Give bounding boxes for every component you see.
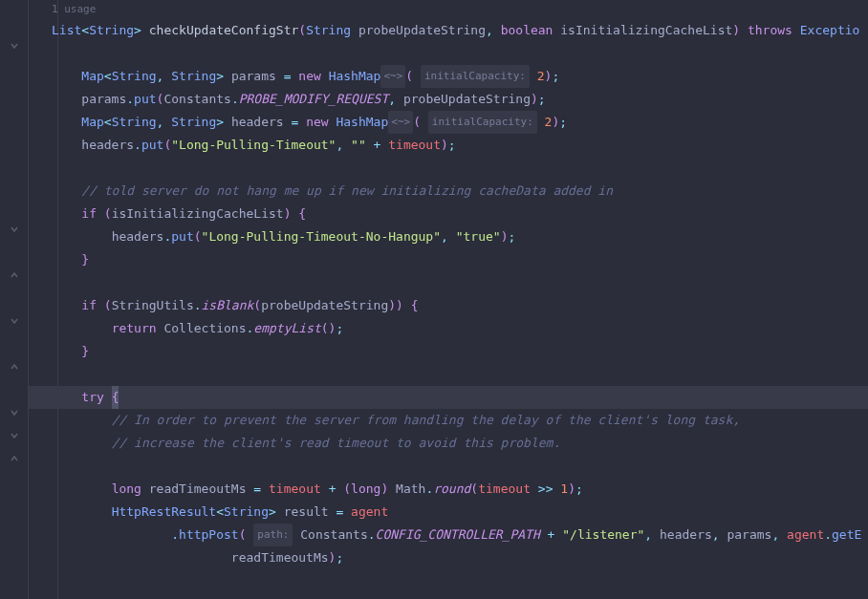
class: Collections [163, 317, 246, 340]
class: StringUtils [112, 294, 194, 317]
type: HttpRestResult [112, 501, 217, 524]
paren: ( [298, 19, 306, 42]
fold-icon[interactable] [8, 360, 21, 374]
comma: , [712, 524, 720, 546]
param-hint: path: [253, 524, 293, 546]
code-line[interactable] [29, 42, 868, 65]
code-line[interactable]: List<String> checkUpdateConfigStr(String… [29, 19, 868, 42]
bracket: < [81, 19, 89, 42]
method: put [134, 88, 156, 111]
code-editor[interactable]: 1 usage List<String> checkUpdateConfigSt… [0, 0, 868, 599]
code-line[interactable]: // told server do not hang me up if new … [29, 180, 868, 203]
type: Map [81, 65, 103, 88]
number: 2 [545, 111, 553, 134]
dot: . [163, 225, 171, 248]
op: + [329, 478, 336, 501]
bracket: > [216, 111, 224, 134]
paren: ( [239, 524, 247, 546]
fold-icon[interactable] [8, 406, 21, 419]
code-line-current[interactable]: try { [29, 386, 868, 409]
bracket: > [134, 19, 141, 42]
field: agent [351, 501, 388, 524]
type: String [89, 19, 134, 42]
type: String [112, 111, 157, 134]
code-line[interactable]: long readTimeoutMs = timeout + (long) Ma… [29, 478, 868, 501]
bracket: < [104, 65, 112, 88]
code-line[interactable]: Map<String, String> params = new HashMap… [29, 65, 868, 88]
diamond-hint: <~> [380, 65, 405, 88]
fold-icon[interactable] [8, 452, 21, 465]
method: put [171, 225, 193, 248]
comma: , [441, 225, 448, 248]
comma: , [388, 88, 396, 111]
arg: headers [660, 524, 712, 546]
code-area[interactable]: 1 usage List<String> checkUpdateConfigSt… [29, 0, 868, 599]
code-line[interactable]: HttpRestResult<String> result = agent [29, 501, 868, 524]
code-line[interactable] [29, 157, 868, 180]
code-line[interactable]: return Collections.emptyList(); [29, 317, 868, 340]
paren: ) [545, 65, 553, 88]
field: timeout [269, 478, 321, 501]
paren: ( [157, 88, 164, 111]
type: long [112, 478, 141, 501]
code-line[interactable]: } [29, 340, 868, 363]
paren: ) [284, 203, 292, 225]
paren: ( [413, 111, 421, 134]
keyword: try [81, 386, 103, 409]
comma: , [644, 524, 652, 546]
number: 1 [560, 478, 568, 501]
fold-icon[interactable] [8, 39, 21, 53]
code-line[interactable]: // In order to prevent the server from h… [29, 409, 868, 432]
code-line[interactable]: headers.put("Long-Pulling-Timeout-No-Han… [29, 225, 868, 248]
param: isInitializingCacheList [560, 19, 732, 42]
diamond-hint: <~> [388, 111, 413, 134]
semi: ; [559, 111, 567, 134]
fold-icon[interactable] [8, 268, 21, 282]
class: HashMap [329, 65, 381, 88]
fold-icon[interactable] [8, 223, 21, 236]
code-line[interactable]: if (isInitializingCacheList) { [29, 203, 868, 225]
code-line[interactable]: if (StringUtils.isBlank(probeUpdateStrin… [29, 294, 868, 317]
code-line[interactable]: headers.put("Long-Pulling-Timeout", "" +… [29, 134, 868, 157]
dot: . [425, 478, 433, 501]
code-line[interactable] [29, 455, 868, 478]
method: put [141, 134, 163, 157]
code-line[interactable]: readTimeoutMs); [29, 546, 868, 569]
type: String [306, 19, 351, 42]
code-line[interactable]: .httpPost( path: Constants.CONFIG_CONTRO… [29, 524, 868, 546]
paren: ( [104, 294, 112, 317]
paren: ( [253, 294, 261, 317]
bracket: > [269, 501, 276, 524]
paren: ) [568, 478, 575, 501]
class: Constants [163, 88, 230, 111]
code-line[interactable] [29, 271, 868, 294]
dot: . [171, 524, 179, 546]
string: "Long-Pulling-Timeout-No-Hangup" [202, 225, 441, 248]
op: >> [538, 478, 553, 501]
code-line[interactable]: } [29, 248, 868, 271]
type: String [171, 111, 216, 134]
comment: // increase the client's read timeout to… [112, 432, 561, 455]
field: timeout [478, 478, 531, 501]
code-line[interactable]: Map<String, String> headers = new HashMa… [29, 111, 868, 134]
var: headers [112, 225, 164, 248]
keyword: if [81, 203, 97, 225]
keyword: new [306, 111, 328, 134]
brace: { [411, 294, 419, 317]
comma: , [486, 19, 493, 42]
class: Math [396, 478, 425, 501]
keyword: new [298, 65, 320, 88]
usage-hint[interactable]: 1 usage [29, 0, 868, 19]
code-line[interactable] [29, 569, 868, 592]
var: params [81, 88, 126, 111]
fold-icon[interactable] [8, 429, 21, 442]
code-line[interactable] [29, 363, 868, 386]
code-line[interactable]: // increase the client's read timeout to… [29, 432, 868, 455]
fold-icon[interactable] [8, 314, 21, 328]
constant: PROBE_MODIFY_REQUEST [239, 88, 389, 111]
var: result [284, 501, 329, 524]
code-line[interactable]: params.put(Constants.PROBE_MODIFY_REQUES… [29, 88, 868, 111]
op: = [292, 111, 299, 134]
comment: // told server do not hang me up if new … [81, 180, 613, 203]
brace: } [81, 248, 89, 271]
